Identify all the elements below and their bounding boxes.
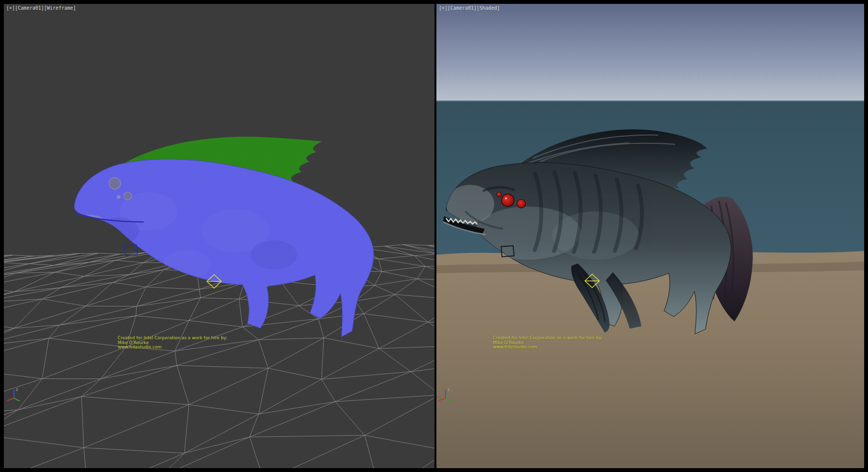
axis-z-label: z [448, 388, 449, 392]
credit-text: Created for Intel Corporation as a work … [118, 336, 227, 350]
credit-text: Created for Intel Corporation as a work … [493, 336, 602, 350]
viewport-wireframe[interactable]: z [+][Camera01][Wireframe] Created for I… [4, 4, 434, 468]
credit-line-3: www.fritzstudio.com [118, 345, 227, 350]
viewport-menu-camera[interactable]: [Camera01] [448, 5, 476, 11]
viewport-menu-shading[interactable]: [Wireframe] [44, 5, 76, 11]
fish-eye-small [497, 192, 502, 197]
fish-eye-large [502, 194, 514, 207]
dual-viewport-stage: z [+][Camera01][Wireframe] Created for I… [0, 0, 868, 472]
fish-eye-medium [517, 199, 526, 208]
credit-line-3: www.fritzstudio.com [493, 345, 602, 350]
viewport-menu-shading[interactable]: [Shaded] [476, 5, 500, 11]
viewport-menu-expand[interactable]: [+] [439, 5, 448, 11]
fish-eye-small [124, 192, 132, 200]
fish-eye-highlight [505, 197, 507, 199]
viewport-menu-expand[interactable]: [+] [6, 5, 15, 11]
axis-z-label: z [16, 388, 18, 392]
shaded-scene: z [436, 4, 864, 468]
wireframe-scene: z [4, 4, 434, 468]
fish-eye-dot [117, 195, 121, 199]
fish-model-wireframe[interactable] [74, 137, 374, 337]
viewport-menu-camera[interactable]: [Camera01] [15, 5, 44, 11]
fish-eye-large [109, 178, 121, 189]
sand-ground [436, 251, 864, 468]
viewport-shaded[interactable]: z [+][Camera01][Shaded] Created for Inte… [436, 4, 864, 468]
viewport-menu: [+][Camera01][Shaded] [439, 5, 500, 11]
viewport-menu: [+][Camera01][Wireframe] [6, 5, 76, 11]
